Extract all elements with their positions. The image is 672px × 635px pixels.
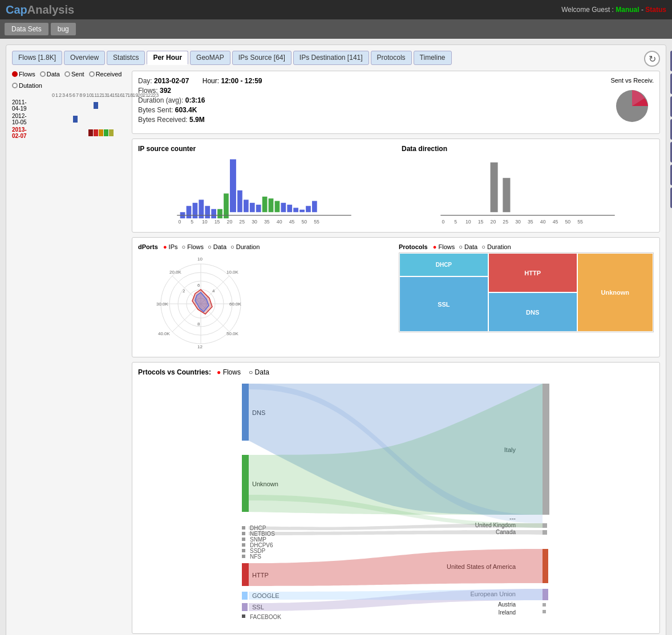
tcell: [88, 102, 93, 109]
content-box: Flows [1.8K] Overview Statistcs Per Hour…: [6, 44, 666, 635]
tab-protocols[interactable]: Protocols: [371, 51, 412, 65]
svg-text:30: 30: [252, 219, 257, 225]
tcell: [119, 102, 124, 109]
svg-text:25: 25: [239, 219, 245, 225]
treemap-unknown: Unknown: [577, 253, 654, 332]
dports-radio-data: ○ Data: [208, 243, 226, 250]
tcell: [52, 102, 57, 109]
radio-dot-duration: [12, 83, 18, 88]
radio-label-flows: Flows: [19, 71, 35, 78]
info-bytes-sent: Bytes Sent: 603.4K: [138, 106, 610, 114]
svg-text:55: 55: [577, 219, 583, 225]
timeline-row-2[interactable]: 2012-10-05: [12, 113, 126, 125]
main-content: Flows Data Sent Received: [12, 71, 660, 635]
tab-overview[interactable]: Overview: [64, 51, 105, 65]
tab-statistics[interactable]: Statistcs: [107, 51, 145, 65]
tcell: [124, 102, 129, 109]
countries-radio-data[interactable]: ○ Data: [249, 368, 269, 376]
timeline-row-1[interactable]: 2011-04-19: [12, 99, 126, 112]
tab-geomap[interactable]: GeoMAP: [190, 51, 230, 65]
dports-protocols-box: dPorts ● IPs ○ Flows ○ Data ○ Duration: [132, 237, 660, 357]
radio-flows[interactable]: Flows: [12, 71, 35, 78]
tcell: [104, 129, 108, 136]
timeline-row-3[interactable]: 2013-02-07: [12, 127, 126, 139]
tab-timeline[interactable]: Timeline: [414, 51, 452, 65]
tcell: [129, 129, 134, 136]
svg-text:8: 8: [197, 321, 200, 327]
svg-text:20: 20: [227, 219, 233, 225]
svg-rect-3: [199, 200, 204, 218]
svg-rect-2: [193, 203, 198, 218]
tcell: [99, 116, 103, 123]
svg-rect-83: [242, 549, 245, 552]
tcell: [47, 102, 52, 109]
svg-rect-5: [211, 209, 216, 218]
data-direction-chart: Data direction 0 5 10: [402, 145, 654, 226]
svg-text:5: 5: [454, 219, 457, 225]
logo-analysis: Analysis: [27, 3, 74, 16]
info-bytes-recv: Bytes Received: 5.9M: [138, 116, 610, 124]
protocols-radio-data: ○ Data: [459, 243, 477, 250]
pie-section: Sent vs Receiv.: [610, 77, 654, 128]
tcell: [78, 102, 83, 109]
manual-link[interactable]: Manual: [616, 6, 639, 14]
radio-label-duration: Dutation: [19, 82, 42, 89]
radio-duration[interactable]: Dutation: [12, 82, 42, 89]
timeline-date-2: 2012-10-05: [12, 113, 27, 125]
tab-ips-source[interactable]: IPs Source [64]: [232, 51, 292, 65]
svg-text:0: 0: [178, 219, 181, 225]
duration-value: 0:3:16: [185, 96, 205, 104]
timeline-date-3: 2013-02-07: [12, 127, 27, 139]
timeline-cells-3: [27, 129, 149, 136]
countries-flows-label: Flows: [223, 368, 241, 376]
radio-data[interactable]: Data: [40, 71, 60, 78]
timeline-date-1: 2011-04-19: [12, 99, 27, 112]
tcell: [27, 116, 31, 123]
svg-text:10: 10: [202, 219, 208, 225]
svg-text:12: 12: [197, 344, 203, 349]
radio-sent[interactable]: Sent: [64, 71, 84, 78]
tcell: [68, 116, 72, 123]
svg-rect-8: [230, 159, 236, 212]
tab-flows[interactable]: Flows [1.8K]: [12, 51, 62, 65]
dports-radio-ips: ● IPs: [163, 243, 180, 250]
tcell: [129, 116, 134, 123]
svg-text:15: 15: [478, 219, 484, 225]
countries-header: Prtocols vs Countries: ● Flows ○ Data: [138, 368, 654, 376]
datasets-button[interactable]: Data Sets: [5, 23, 48, 35]
svg-rect-36: [503, 178, 510, 212]
tcell: [83, 129, 88, 136]
header: CapAnalysis Welcome Guest : Manual - Sta…: [0, 0, 672, 19]
timeline-cells-2: [27, 116, 149, 123]
tcell: [58, 116, 62, 123]
tcell: [73, 102, 78, 109]
dports-radar-svg: 10 12 30.0K 60.0K 20.0K 10.0K 40.0K 50.0…: [138, 253, 264, 349]
svg-text:55: 55: [314, 219, 319, 225]
svg-text:45: 45: [289, 219, 295, 225]
tcell: [63, 129, 67, 136]
countries-radio-flows[interactable]: ● Flows: [217, 368, 241, 376]
tab-ips-destination[interactable]: IPs Destination [141]: [293, 51, 369, 65]
status-link[interactable]: Status: [645, 6, 666, 14]
data-direction-title: Data direction: [402, 145, 654, 153]
refresh-button[interactable]: ↻: [644, 51, 660, 67]
pie-chart: [612, 86, 652, 126]
tcell: [68, 102, 72, 109]
radio-received[interactable]: Received: [89, 71, 122, 78]
svg-text:15: 15: [214, 219, 220, 225]
tcell: [47, 129, 52, 136]
svg-text:20: 20: [491, 219, 496, 225]
tcell: [109, 129, 114, 136]
treemap-left-col: DHCP SSL: [399, 253, 488, 332]
tab-perhour[interactable]: Per Hour: [147, 51, 188, 65]
ip-source-svg: 0 5 10 15 20 25 30 35 40 45 50: [138, 156, 390, 225]
tcell: [124, 129, 129, 136]
tcell: [140, 129, 144, 136]
tabs: Flows [1.8K] Overview Statistcs Per Hour…: [12, 51, 660, 65]
info-flows: Flows: 392: [138, 87, 610, 95]
tcell: [104, 102, 108, 109]
bytes-sent-value: 603.4K: [175, 106, 197, 114]
bug-button[interactable]: bug: [51, 23, 76, 35]
tcell: [119, 116, 124, 123]
svg-rect-90: [242, 614, 245, 618]
